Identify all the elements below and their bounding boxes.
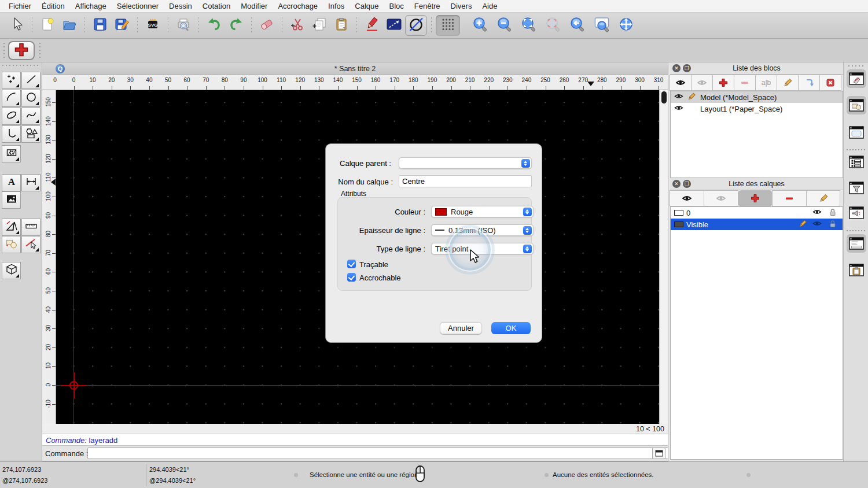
pencil-draw-button[interactable]: [361, 15, 383, 36]
shapes-tool-button[interactable]: [21, 125, 41, 143]
plottable-checkbox[interactable]: [347, 260, 356, 268]
property-editor-panel-button[interactable]: [847, 153, 866, 171]
blocks-tool-button[interactable]: [2, 236, 21, 253]
grid-toggle-button[interactable]: [436, 15, 460, 36]
remove-layer-button[interactable]: [772, 190, 807, 206]
svg-export-button[interactable]: SVG: [142, 15, 164, 36]
layer-row-visible[interactable]: Visible: [671, 219, 843, 230]
snappable-checkbox[interactable]: [347, 273, 356, 282]
layer-list-panel-button[interactable]: [847, 69, 866, 88]
pan-button[interactable]: [614, 15, 638, 36]
menu-item-bloc[interactable]: Bloc: [384, 2, 409, 10]
edit-layer-button[interactable]: [806, 190, 840, 206]
arc-tool-button[interactable]: [2, 90, 21, 107]
projection-tool-button[interactable]: [2, 219, 21, 236]
text-tool-button[interactable]: A: [2, 174, 21, 191]
block-row-model[interactable]: Model (*Model_Space): [671, 91, 843, 103]
edit-block-button[interactable]: [777, 75, 799, 91]
solid-tool-button[interactable]: [2, 262, 21, 279]
remove-block-button[interactable]: [734, 75, 756, 91]
save-button[interactable]: [89, 15, 111, 36]
ok-button[interactable]: OK: [491, 322, 531, 334]
new-file-button[interactable]: [36, 15, 58, 36]
modify-tool-button[interactable]: [21, 236, 41, 253]
layer-row-0[interactable]: 0: [671, 207, 843, 219]
menu-item-dessin[interactable]: Dessin: [164, 2, 197, 10]
clipboard-panel-button[interactable]: [847, 261, 866, 279]
select-cursor-button[interactable]: [6, 15, 28, 36]
menu-item-accrochage[interactable]: Accrochage: [273, 2, 323, 10]
add-block-button[interactable]: [712, 75, 734, 91]
measure-tool-button[interactable]: [21, 219, 41, 236]
block-row-layout1[interactable]: Layout1 (*Paper_Space): [671, 103, 843, 114]
color-dropdown[interactable]: Rouge: [431, 206, 534, 217]
menu-item-fichier[interactable]: Fichier: [3, 2, 36, 10]
cancel-button[interactable]: Annuler: [440, 322, 482, 334]
menu-item-aide[interactable]: Aide: [477, 2, 502, 10]
parent-layer-dropdown[interactable]: [399, 157, 532, 169]
open-file-button[interactable]: [58, 15, 80, 36]
image-tool-button[interactable]: [2, 191, 21, 209]
menu-item-cotation[interactable]: Cotation: [197, 2, 236, 10]
rename-block-button[interactable]: a|b: [755, 75, 777, 91]
menu-item-edition[interactable]: Édition: [36, 2, 70, 10]
undo-button[interactable]: [203, 15, 225, 36]
polyline-tool-button[interactable]: [2, 125, 21, 143]
paste-button[interactable]: [330, 15, 352, 36]
zoom-window-button[interactable]: [590, 15, 614, 36]
selection-filter-panel-button[interactable]: [847, 179, 866, 197]
library-panel-button[interactable]: [847, 123, 866, 142]
erase-button[interactable]: [256, 15, 278, 36]
zoom-selection-button[interactable]: [541, 15, 565, 36]
copy-button[interactable]: [308, 15, 330, 36]
points-tool-button[interactable]: [2, 72, 21, 89]
visibility-eye-icon[interactable]: [812, 220, 822, 229]
purge-block-button[interactable]: [819, 75, 841, 91]
zoom-out-button[interactable]: [492, 15, 517, 36]
menu-item-affichage[interactable]: Affichage: [70, 2, 112, 10]
scrollbar-thumb[interactable]: [661, 91, 667, 103]
draft-circle-button[interactable]: [405, 15, 427, 36]
spline-tool-button[interactable]: [21, 108, 41, 125]
visibility-eye-icon[interactable]: [674, 104, 683, 113]
cut-button[interactable]: [286, 15, 308, 36]
visibility-eye-icon[interactable]: [812, 208, 822, 217]
print-preview-button[interactable]: [172, 15, 194, 36]
dimension-tool-button[interactable]: [21, 174, 41, 191]
menu-item-infos[interactable]: Infos: [323, 2, 350, 10]
add-layer-tool-indicator[interactable]: [8, 41, 35, 60]
zoom-previous-button[interactable]: [565, 15, 590, 36]
redo-button[interactable]: [225, 15, 247, 36]
show-all-blocks-button[interactable]: [670, 75, 692, 91]
layer-name-input[interactable]: [399, 175, 532, 187]
reference-panel-button[interactable]: [847, 204, 866, 222]
save-as-button[interactable]: [111, 15, 133, 36]
lock-icon[interactable]: [829, 220, 837, 230]
command-line-panel-button[interactable]: [847, 234, 866, 253]
zoom-in-button[interactable]: [468, 15, 492, 36]
menu-item-selectionner[interactable]: Sélectionner: [112, 2, 164, 10]
menu-item-divers[interactable]: Divers: [446, 2, 477, 10]
command-window-toggle-button[interactable]: [652, 448, 665, 459]
palette-handle[interactable]: [2, 65, 38, 66]
hatch-tool-button[interactable]: [2, 145, 21, 162]
menu-item-fenetre[interactable]: Fenêtre: [409, 2, 446, 10]
circle-tool-button[interactable]: [21, 90, 41, 107]
ellipse-tool-button[interactable]: [2, 108, 21, 125]
block-list-panel-button[interactable]: [847, 96, 866, 114]
lock-icon[interactable]: [829, 208, 837, 218]
visibility-eye-icon[interactable]: [674, 93, 683, 102]
canvas-vertical-scrollbar[interactable]: [659, 90, 668, 424]
menu-item-modifier[interactable]: Modifier: [236, 2, 273, 10]
command-input[interactable]: [87, 448, 693, 459]
hide-all-blocks-button[interactable]: [691, 75, 713, 91]
measure-distance-button[interactable]: [383, 15, 405, 36]
edit-pencil-icon[interactable]: [799, 220, 807, 230]
hide-all-layers-button[interactable]: [704, 190, 738, 206]
menu-item-calque[interactable]: Calque: [350, 2, 384, 10]
line-tool-button[interactable]: [21, 72, 41, 89]
zoom-auto-button[interactable]: [517, 15, 541, 36]
add-layer-button[interactable]: [738, 190, 773, 206]
insert-block-button[interactable]: [798, 75, 820, 91]
show-all-layers-button[interactable]: [670, 190, 704, 206]
